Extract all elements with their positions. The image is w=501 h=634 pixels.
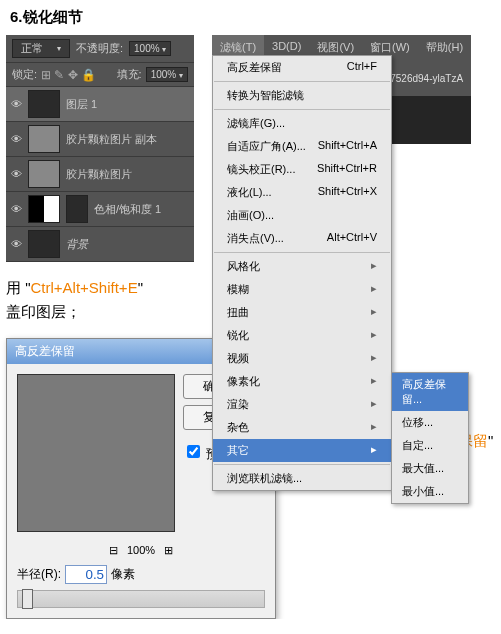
zoom-value: 100% bbox=[127, 544, 155, 556]
radius-label: 半径(R): bbox=[17, 566, 61, 583]
mi-other[interactable]: 其它▸ bbox=[213, 439, 391, 462]
mi-gallery[interactable]: 滤镜库(G)... bbox=[213, 112, 391, 135]
mi-lens[interactable]: 镜头校正(R)...Shift+Ctrl+R bbox=[213, 158, 391, 181]
mi-distort[interactable]: 扭曲▸ bbox=[213, 301, 391, 324]
opacity-value[interactable]: 100% ▾ bbox=[129, 41, 171, 56]
mask-thumb bbox=[66, 195, 88, 223]
lock-label: 锁定: bbox=[12, 67, 37, 82]
tab-label: d7526d94-ylaTzA bbox=[385, 73, 463, 84]
adj-thumb bbox=[28, 195, 60, 223]
mi-vanish[interactable]: 消失点(V)...Alt+Ctrl+V bbox=[213, 227, 391, 250]
layer-name: 胶片颗粒图片 bbox=[66, 167, 132, 182]
radius-unit: 像素 bbox=[111, 566, 135, 583]
radius-input[interactable] bbox=[65, 565, 107, 584]
eye-icon[interactable]: 👁 bbox=[10, 98, 22, 110]
opacity-label: 不透明度: bbox=[76, 41, 123, 56]
mi-liquify[interactable]: 液化(L)...Shift+Ctrl+X bbox=[213, 181, 391, 204]
mi-stylize[interactable]: 风格化▸ bbox=[213, 255, 391, 278]
mi-minimum[interactable]: 最小值... bbox=[392, 480, 468, 503]
mi-highpass[interactable]: 高反差保留... bbox=[392, 373, 468, 411]
section-heading: 6.锐化细节 bbox=[0, 0, 501, 35]
eye-icon[interactable]: 👁 bbox=[10, 133, 22, 145]
layer-name: 色相/饱和度 1 bbox=[94, 202, 161, 217]
layers-panel: 正常▾ 不透明度: 100% ▾ 锁定: ⊞ ✎ ✥ 🔒 填充: 100% ▾ … bbox=[6, 35, 194, 262]
layer-thumb bbox=[28, 90, 60, 118]
menu-area: 滤镜(T) 3D(D) 视图(V) 窗口(W) 帮助(H) ▭ ▭ ▭ ▭d75… bbox=[212, 35, 471, 262]
preview-area[interactable] bbox=[17, 374, 175, 532]
mi-noise[interactable]: 杂色▸ bbox=[213, 416, 391, 439]
filter-dropdown: 高反差保留Ctrl+F 转换为智能滤镜 滤镜库(G)... 自适应广角(A)..… bbox=[212, 55, 392, 491]
layer-thumb bbox=[28, 125, 60, 153]
layer-name: 背景 bbox=[66, 237, 88, 252]
layer-thumb bbox=[28, 230, 60, 258]
mi-render[interactable]: 渲染▸ bbox=[213, 393, 391, 416]
layer-thumb bbox=[28, 160, 60, 188]
dialog-title: 高反差保留 bbox=[15, 343, 75, 360]
layer-name: 图层 1 bbox=[66, 97, 97, 112]
mi-video[interactable]: 视频▸ bbox=[213, 347, 391, 370]
mi-browse[interactable]: 浏览联机滤镜... bbox=[213, 467, 391, 490]
mi-offset[interactable]: 位移... bbox=[392, 411, 468, 434]
layer-row[interactable]: 👁 图层 1 bbox=[6, 87, 194, 122]
zoom-out[interactable]: ⊟ bbox=[109, 544, 118, 556]
slider-handle[interactable] bbox=[22, 589, 33, 609]
mi-smart[interactable]: 转换为智能滤镜 bbox=[213, 84, 391, 107]
mi-oil[interactable]: 油画(O)... bbox=[213, 204, 391, 227]
mi-maximum[interactable]: 最大值... bbox=[392, 457, 468, 480]
zoom-in[interactable]: ⊞ bbox=[164, 544, 173, 556]
mi-custom[interactable]: 自定... bbox=[392, 434, 468, 457]
mi-last-filter[interactable]: 高反差保留Ctrl+F bbox=[213, 56, 391, 79]
layer-row[interactable]: 👁 色相/饱和度 1 bbox=[6, 192, 194, 227]
fill-label: 填充: bbox=[117, 67, 142, 82]
layer-row[interactable]: 👁 胶片颗粒图片 bbox=[6, 157, 194, 192]
fill-value[interactable]: 100% ▾ bbox=[146, 67, 188, 82]
layer-name: 胶片颗粒图片 副本 bbox=[66, 132, 157, 147]
layer-row[interactable]: 👁 背景 bbox=[6, 227, 194, 262]
eye-icon[interactable]: 👁 bbox=[10, 168, 22, 180]
menu-help[interactable]: 帮助(H) bbox=[418, 35, 471, 60]
mi-pixelate[interactable]: 像素化▸ bbox=[213, 370, 391, 393]
eye-icon[interactable]: 👁 bbox=[10, 203, 22, 215]
layer-row[interactable]: 👁 胶片颗粒图片 副本 bbox=[6, 122, 194, 157]
zoom-row: ⊟ 100% ⊞ bbox=[7, 542, 275, 559]
mi-sharpen[interactable]: 锐化▸ bbox=[213, 324, 391, 347]
submenu-other: 高反差保留... 位移... 自定... 最大值... 最小值... bbox=[391, 372, 469, 504]
blend-mode-select[interactable]: 正常▾ bbox=[12, 39, 70, 58]
lock-icon[interactable]: ⊞ ✎ ✥ 🔒 bbox=[41, 68, 96, 82]
radius-slider[interactable] bbox=[17, 590, 265, 608]
mi-adaptive[interactable]: 自适应广角(A)...Shift+Ctrl+A bbox=[213, 135, 391, 158]
mi-blur[interactable]: 模糊▸ bbox=[213, 278, 391, 301]
eye-icon[interactable]: 👁 bbox=[10, 238, 22, 250]
